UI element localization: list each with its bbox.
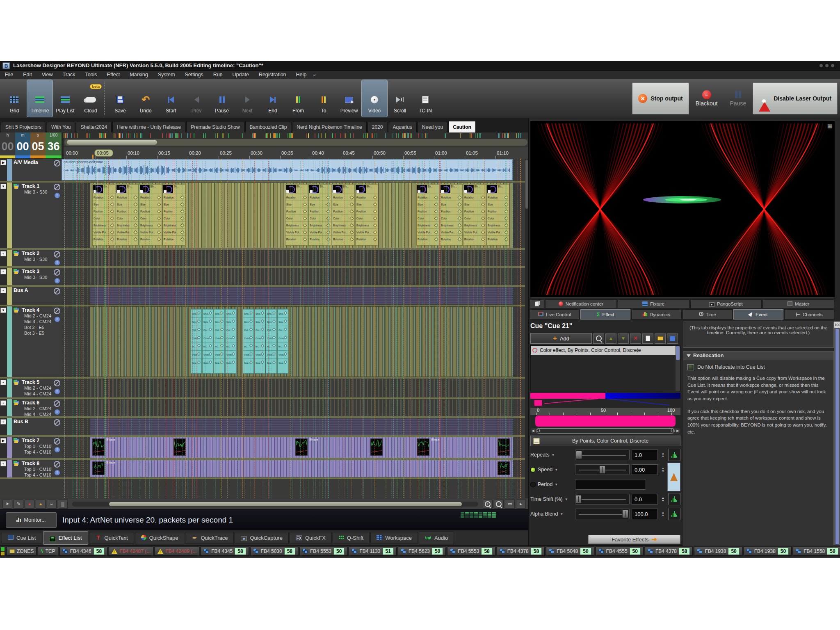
timeline-tab-premade-studio-show[interactable]: Premade Studio Show xyxy=(186,122,244,132)
device-chip-fb4-5553[interactable]: FB4 555350 xyxy=(299,547,347,556)
shape-waveform-clip[interactable] xyxy=(92,438,105,456)
event-row-col[interactable]: Col... xyxy=(203,326,213,334)
event-row-sca[interactable]: Sca... xyxy=(255,358,265,367)
event-row-color[interactable]: Color xyxy=(356,215,378,221)
event-row-color[interactable]: Color xyxy=(266,334,276,342)
track-lane-track-1[interactable]: Sh...RotationSizePositionColorBrightness… xyxy=(62,183,528,248)
window-controls[interactable] xyxy=(819,64,838,67)
effect-event-card[interactable]: Sh...RotationSizePositionColorBrightness… xyxy=(440,184,463,246)
track-lane-track-3[interactable] xyxy=(62,268,528,285)
event-row-rotation[interactable]: Rotation xyxy=(356,194,378,201)
effect-event-card[interactable]: Sh...RotationSizePositionColorBrightness… xyxy=(308,184,331,246)
panel-tab-notification-center[interactable]: Notification center xyxy=(545,299,617,308)
param-value-speed[interactable]: 0.00 xyxy=(632,464,658,475)
bottom-tab-workspace[interactable]: Workspace xyxy=(370,532,418,544)
track-info-icon[interactable]: ! xyxy=(55,260,60,265)
toolbar-undo-button[interactable]: ↶Undo xyxy=(133,80,158,117)
device-chip-fb4-4378[interactable]: FB4 437858 xyxy=(645,547,693,556)
event-row-visib[interactable]: Visib... xyxy=(278,350,288,358)
event-row-rotation[interactable]: Rotation xyxy=(309,235,331,242)
color-gradient-bar[interactable] xyxy=(530,393,680,399)
event-row-visib[interactable]: Visib... xyxy=(191,350,201,358)
event-row-position[interactable]: Position xyxy=(487,208,509,215)
track-info-icon[interactable]: ! xyxy=(55,317,60,322)
delete-event-button[interactable]: ✕ xyxy=(630,333,641,344)
bottom-tab-cue-list[interactable]: Cue List xyxy=(2,532,42,544)
track-lane-bus-a[interactable] xyxy=(62,287,528,305)
event-row-rotation[interactable]: Rotation xyxy=(417,194,439,201)
track-expander-icon[interactable]: ▼ xyxy=(0,308,6,313)
event-list-scrollbar[interactable] xyxy=(676,346,680,391)
track-info-icon[interactable]: ! xyxy=(55,470,60,475)
event-row-sha[interactable]: Sha... xyxy=(203,309,213,317)
toolbar-scroll-button[interactable]: Scroll xyxy=(387,80,413,117)
track-disable-icon[interactable] xyxy=(54,288,60,294)
slider-thumb[interactable] xyxy=(575,495,582,503)
device-chip-fb4-5048[interactable]: FB4 504850 xyxy=(546,547,594,556)
event-row-rotation[interactable]: Rotation xyxy=(139,235,162,242)
event-row-position[interactable]: Position xyxy=(163,208,185,215)
panel-tab-channels[interactable]: ⊢Channels xyxy=(784,309,834,320)
track-lane-track-4[interactable]: Sha...SizeCol...ColorBC...Visib...Sca...… xyxy=(62,306,528,377)
menu-effect[interactable]: Effect xyxy=(102,72,125,78)
event-row-visible-poi[interactable]: Visible Poi... xyxy=(163,228,185,235)
event-row-visib[interactable]: Visib... xyxy=(214,350,224,358)
event-row-visible-poi[interactable]: Visible Poi... xyxy=(356,228,378,235)
track-header-track-3[interactable]: ▪Track 3Mid 3 - S30! xyxy=(0,268,62,285)
track-header-track-1[interactable]: ▼Track 1Mid 3 - S30! xyxy=(0,183,62,248)
event-row-sca[interactable]: Sca... xyxy=(214,358,224,367)
event-row-size[interactable]: Size xyxy=(116,201,138,208)
effect-event-card[interactable]: Sha...SizeCol...ColorBC...Visib...Sca... xyxy=(202,309,213,374)
bottom-tab-q-shift[interactable]: Q-Shift xyxy=(333,532,370,544)
zoom-fit-button[interactable]: ▭ xyxy=(505,500,515,509)
track-header-track-2[interactable]: ▪Track 2Mid 3 - S30! xyxy=(0,250,62,266)
blackout-button[interactable]: −Blackout xyxy=(690,82,724,114)
track-header-track-6[interactable]: ▪Track 6Mid 2 - CM24Mid 4 - CM24! xyxy=(0,399,62,416)
event-row-col[interactable]: Col... xyxy=(214,326,224,334)
menu-track[interactable]: Track xyxy=(58,72,80,78)
event-row-visible-poi[interactable]: Visible Poi... xyxy=(93,228,115,235)
record-button[interactable]: ● xyxy=(25,500,34,509)
timeline-zoom-scrollbar[interactable] xyxy=(72,502,478,507)
param-spinner[interactable]: ▲▼ xyxy=(660,464,666,475)
event-row-sca[interactable]: Sca... xyxy=(226,358,236,367)
event-row-brightness[interactable]: Brightness xyxy=(463,221,486,228)
timeline-tab-nerd-night-pokemon-timeline[interactable]: Nerd Night Pokemon Timeline xyxy=(292,122,366,132)
timeline-tab-2020[interactable]: 2020 xyxy=(368,122,388,132)
panel-tab-time[interactable]: Time xyxy=(682,309,733,320)
toolbar-save-button[interactable]: Save xyxy=(107,80,133,117)
add-event-button[interactable]: +Add xyxy=(530,333,592,344)
param-led-period[interactable] xyxy=(530,482,536,487)
menu-system[interactable]: System xyxy=(153,72,180,78)
event-row-position[interactable]: Position xyxy=(309,208,331,215)
event-row-rotation[interactable]: Rotation xyxy=(116,194,138,201)
param-dropdown-icon[interactable]: ▼ xyxy=(555,483,558,486)
event-row-visible-poi[interactable]: Visible Poi... xyxy=(417,228,439,235)
event-row-visib[interactable]: Visib... xyxy=(243,350,253,358)
event-row-size[interactable]: Size xyxy=(163,201,185,208)
event-row-color[interactable]: Color xyxy=(255,334,265,342)
event-row-size[interactable]: Size xyxy=(285,201,308,208)
event-row-visib[interactable]: Visib... xyxy=(266,350,276,358)
event-row-sca[interactable]: Sca... xyxy=(266,358,276,367)
event-row-position[interactable]: Position xyxy=(356,208,378,215)
event-row-sca[interactable]: Sca... xyxy=(203,358,213,367)
param-slider-speed[interactable] xyxy=(575,464,630,475)
param-value-time-shift[interactable]: 0.0 xyxy=(632,494,658,504)
event-row-bc[interactable]: BC... xyxy=(243,342,253,350)
event-row-bc[interactable]: BC... xyxy=(226,342,236,350)
device-chip-fb4-4378[interactable]: FB4 437858 xyxy=(497,547,545,556)
event-row-color[interactable]: Color xyxy=(116,215,138,221)
toolbar-preview-button[interactable]: Preview xyxy=(336,80,362,117)
menu-search-icon[interactable]: ⌕ xyxy=(313,71,316,78)
open-folder-button[interactable] xyxy=(655,333,666,344)
event-row-visible-poi[interactable]: Visible Poi... xyxy=(332,228,354,235)
event-row-color[interactable]: Color xyxy=(214,334,224,342)
timeline-tab-shit-5-projectors[interactable]: Shit 5 Projectors xyxy=(1,122,46,132)
track-disable-icon[interactable] xyxy=(54,380,60,386)
event-row-color[interactable]: Color xyxy=(139,215,162,221)
event-row-brightness[interactable]: Brightness xyxy=(417,221,439,228)
event-row-sha[interactable]: Sha... xyxy=(266,309,276,317)
track-info-icon[interactable]: ! xyxy=(55,409,60,415)
shape-waveform-clip[interactable] xyxy=(92,461,105,475)
